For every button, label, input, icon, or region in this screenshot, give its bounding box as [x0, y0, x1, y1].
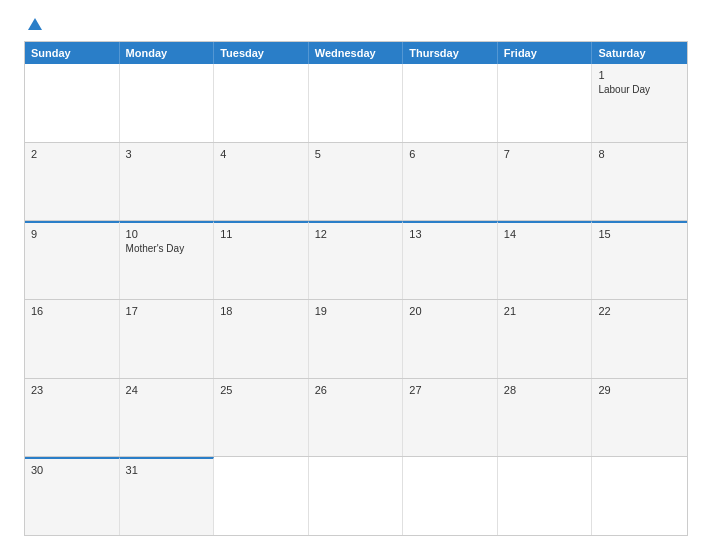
calendar-cell-r2-c4: 13 [403, 221, 498, 299]
calendar-row-4: 23242526272829 [25, 379, 687, 458]
calendar-cell-r3-c4: 20 [403, 300, 498, 378]
calendar-cell-r4-c3: 26 [309, 379, 404, 457]
calendar-cell-r3-c5: 21 [498, 300, 593, 378]
day-number: 16 [31, 305, 113, 317]
header-day-friday: Friday [498, 42, 593, 64]
calendar-cell-r3-c3: 19 [309, 300, 404, 378]
day-event: Mother's Day [126, 242, 208, 255]
calendar-cell-r5-c2 [214, 457, 309, 535]
logo [24, 18, 42, 31]
day-number: 6 [409, 148, 491, 160]
calendar-cell-r4-c4: 27 [403, 379, 498, 457]
calendar-cell-r1-c3: 5 [309, 143, 404, 221]
calendar-cell-r1-c6: 8 [592, 143, 687, 221]
day-number: 18 [220, 305, 302, 317]
calendar: SundayMondayTuesdayWednesdayThursdayFrid… [24, 41, 688, 536]
calendar-cell-r1-c5: 7 [498, 143, 593, 221]
calendar-cell-r2-c0: 9 [25, 221, 120, 299]
header-day-tuesday: Tuesday [214, 42, 309, 64]
calendar-cell-r2-c1: 10Mother's Day [120, 221, 215, 299]
calendar-cell-r5-c3 [309, 457, 404, 535]
day-number: 22 [598, 305, 681, 317]
day-number: 5 [315, 148, 397, 160]
day-number: 9 [31, 228, 113, 240]
day-number: 4 [220, 148, 302, 160]
day-number: 25 [220, 384, 302, 396]
day-number: 28 [504, 384, 586, 396]
calendar-cell-r0-c2 [214, 64, 309, 142]
calendar-cell-r2-c5: 14 [498, 221, 593, 299]
calendar-cell-r1-c2: 4 [214, 143, 309, 221]
day-number: 13 [409, 228, 491, 240]
calendar-cell-r4-c1: 24 [120, 379, 215, 457]
day-number: 3 [126, 148, 208, 160]
day-number: 26 [315, 384, 397, 396]
calendar-cell-r1-c4: 6 [403, 143, 498, 221]
calendar-cell-r2-c2: 11 [214, 221, 309, 299]
calendar-cell-r5-c5 [498, 457, 593, 535]
day-number: 8 [598, 148, 681, 160]
calendar-cell-r4-c5: 28 [498, 379, 593, 457]
calendar-cell-r1-c0: 2 [25, 143, 120, 221]
day-event: Labour Day [598, 83, 681, 96]
calendar-cell-r0-c0 [25, 64, 120, 142]
calendar-cell-r5-c1: 31 [120, 457, 215, 535]
calendar-body: 1Labour Day2345678910Mother's Day1112131… [25, 64, 687, 535]
header-day-thursday: Thursday [403, 42, 498, 64]
calendar-cell-r2-c3: 12 [309, 221, 404, 299]
day-number: 23 [31, 384, 113, 396]
day-number: 19 [315, 305, 397, 317]
calendar-cell-r0-c5 [498, 64, 593, 142]
day-number: 20 [409, 305, 491, 317]
header-day-saturday: Saturday [592, 42, 687, 64]
day-number: 24 [126, 384, 208, 396]
logo-triangle-icon [28, 18, 42, 30]
calendar-cell-r5-c4 [403, 457, 498, 535]
calendar-cell-r2-c6: 15 [592, 221, 687, 299]
day-number: 21 [504, 305, 586, 317]
calendar-row-1: 2345678 [25, 143, 687, 222]
calendar-row-3: 16171819202122 [25, 300, 687, 379]
day-number: 30 [31, 464, 113, 476]
calendar-row-5: 3031 [25, 457, 687, 535]
day-number: 2 [31, 148, 113, 160]
calendar-cell-r3-c2: 18 [214, 300, 309, 378]
day-number: 27 [409, 384, 491, 396]
day-number: 12 [315, 228, 397, 240]
calendar-cell-r4-c0: 23 [25, 379, 120, 457]
calendar-cell-r0-c4 [403, 64, 498, 142]
day-number: 31 [126, 464, 208, 476]
calendar-cell-r0-c3 [309, 64, 404, 142]
calendar-cell-r3-c1: 17 [120, 300, 215, 378]
logo-blue-text [24, 18, 42, 31]
header [24, 18, 688, 31]
calendar-header: SundayMondayTuesdayWednesdayThursdayFrid… [25, 42, 687, 64]
day-number: 11 [220, 228, 302, 240]
calendar-cell-r3-c0: 16 [25, 300, 120, 378]
calendar-cell-r3-c6: 22 [592, 300, 687, 378]
day-number: 15 [598, 228, 681, 240]
calendar-cell-r0-c6: 1Labour Day [592, 64, 687, 142]
day-number: 29 [598, 384, 681, 396]
calendar-cell-r5-c6 [592, 457, 687, 535]
header-day-wednesday: Wednesday [309, 42, 404, 64]
calendar-cell-r4-c2: 25 [214, 379, 309, 457]
calendar-cell-r0-c1 [120, 64, 215, 142]
day-number: 14 [504, 228, 586, 240]
calendar-cell-r5-c0: 30 [25, 457, 120, 535]
header-day-monday: Monday [120, 42, 215, 64]
day-number: 1 [598, 69, 681, 81]
day-number: 7 [504, 148, 586, 160]
page: SundayMondayTuesdayWednesdayThursdayFrid… [0, 0, 712, 550]
day-number: 17 [126, 305, 208, 317]
calendar-cell-r1-c1: 3 [120, 143, 215, 221]
day-number: 10 [126, 228, 208, 240]
header-day-sunday: Sunday [25, 42, 120, 64]
calendar-cell-r4-c6: 29 [592, 379, 687, 457]
calendar-row-2: 910Mother's Day1112131415 [25, 221, 687, 300]
calendar-row-0: 1Labour Day [25, 64, 687, 143]
